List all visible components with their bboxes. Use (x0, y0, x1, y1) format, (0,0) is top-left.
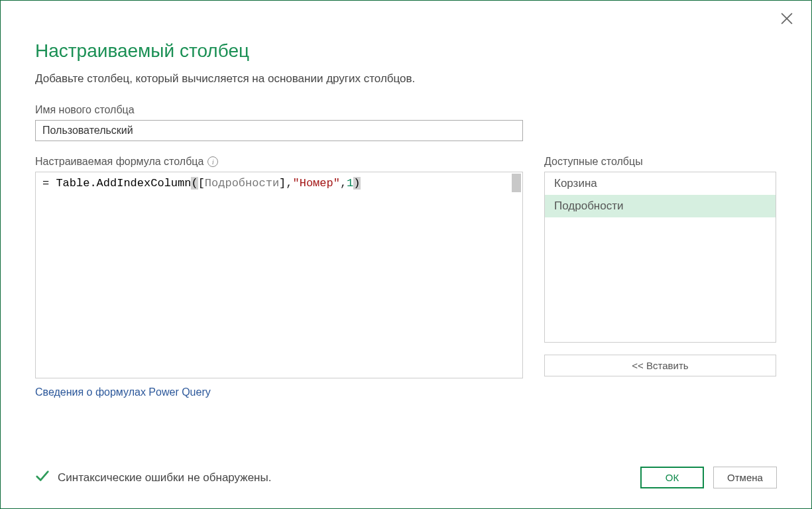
ok-button[interactable]: ОК (640, 467, 704, 488)
dialog-subtitle: Добавьте столбец, который вычисляется на… (35, 72, 777, 85)
dialog-title: Настраиваемый столбец (35, 40, 777, 62)
scrollbar-thumb[interactable] (512, 174, 521, 192)
formula-editor[interactable]: = Table.AddIndexColumn([Подробности],"Но… (35, 172, 523, 378)
formula-label: Настраиваемая формула столбца i (35, 156, 523, 168)
column-name-input[interactable] (35, 120, 523, 141)
list-item[interactable]: Подробности (545, 195, 776, 217)
help-link[interactable]: Сведения о формулах Power Query (35, 386, 523, 398)
status-text: Синтаксические ошибки не обнаружены. (58, 471, 271, 484)
close-icon (781, 13, 793, 25)
available-columns-list[interactable]: Корзина Подробности (544, 172, 776, 343)
insert-button[interactable]: << Вставить (544, 355, 776, 376)
close-button[interactable] (781, 13, 797, 28)
list-item[interactable]: Корзина (545, 172, 776, 195)
custom-column-dialog: Настраиваемый столбец Добавьте столбец, … (1, 1, 811, 508)
info-icon[interactable]: i (207, 156, 218, 167)
check-icon (35, 469, 50, 486)
cancel-button[interactable]: Отмена (713, 467, 777, 488)
column-name-label: Имя нового столбца (35, 104, 777, 116)
available-columns-label: Доступные столбцы (544, 156, 776, 168)
status-bar: Синтаксические ошибки не обнаружены. (35, 469, 271, 486)
